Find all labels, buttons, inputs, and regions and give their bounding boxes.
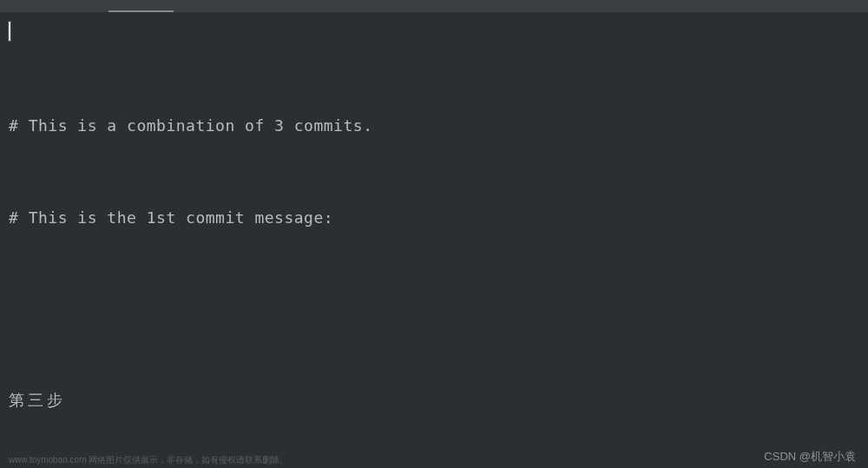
text-cursor — [9, 22, 10, 41]
editor-line: 第三步 — [9, 385, 859, 415]
tab-bar — [0, 0, 868, 12]
watermark-author: CSDN @机智小袁 — [764, 449, 856, 465]
watermark-source: www.toymoban.com 网络图片仅供展示，非存储，如有侵权请联系删除。 — [9, 454, 288, 466]
editor-line: # This is a combination of 3 commits. — [9, 110, 859, 141]
editor-line: # This is the 1st commit message: — [9, 202, 859, 233]
editor-line — [9, 293, 859, 324]
editor-viewport[interactable]: # This is a combination of 3 commits. # … — [0, 12, 868, 468]
